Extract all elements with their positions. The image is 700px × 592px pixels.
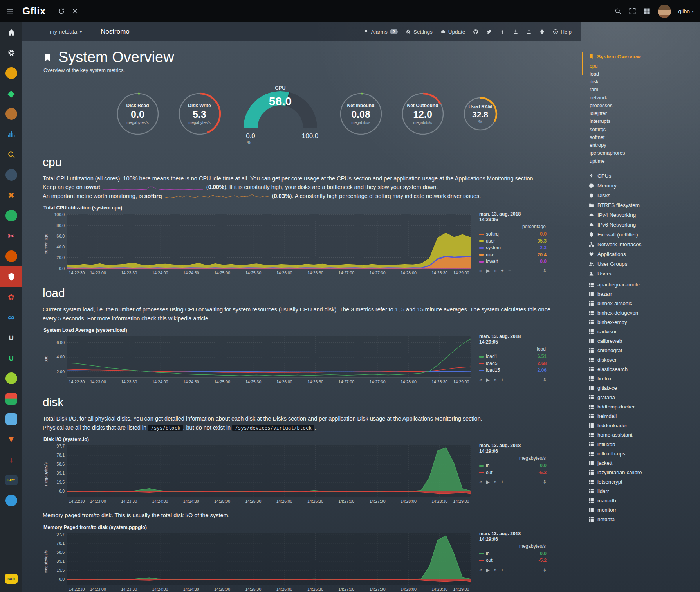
chart-canvas[interactable]: 14:22:3014:23:0014:23:3014:24:0014:24:30… (49, 443, 474, 505)
menu-firewall-netfilter-[interactable]: Firewall (netfilter) (589, 230, 697, 239)
pan-forward-button[interactable]: » (494, 377, 497, 383)
alarms-button[interactable]: Alarms 2 (363, 29, 398, 35)
export-button[interactable] (513, 29, 518, 34)
sidebar-app-settings[interactable] (0, 43, 22, 63)
sidebar-app-app-8[interactable] (0, 165, 22, 185)
resize-handle[interactable]: ⇕ (543, 479, 547, 485)
resize-handle[interactable]: ⇕ (543, 377, 547, 383)
submenu-cpu[interactable]: cpu (589, 62, 697, 70)
menu-app-bazarr[interactable]: bazarr (589, 289, 697, 299)
legend-series-in[interactable]: in0.0 (479, 462, 547, 469)
server-dropdown[interactable]: my-netdata ▾ (50, 29, 82, 35)
resize-handle[interactable]: ⇕ (543, 268, 547, 274)
zoom-out-button[interactable]: − (508, 479, 511, 485)
sidebar-app-app-24[interactable] (0, 490, 22, 511)
legend-series-user[interactable]: user35.3 (479, 238, 547, 245)
play-button[interactable]: ▶ (486, 377, 490, 383)
refresh-icon[interactable] (58, 7, 65, 15)
gauge-cpu[interactable]: CPU58.00.0100.0% (238, 83, 322, 145)
sidebar-app-app-19[interactable] (0, 389, 22, 409)
menu-app-influxdb-ups[interactable]: influxdb-ups (589, 449, 697, 458)
avatar[interactable] (658, 5, 671, 18)
update-button[interactable]: Update (440, 29, 465, 35)
zoom-in-button[interactable]: + (501, 567, 504, 573)
pan-backward-button[interactable]: « (479, 567, 482, 573)
zoom-in-button[interactable]: + (501, 377, 504, 383)
pan-backward-button[interactable]: « (479, 479, 482, 485)
play-button[interactable]: ▶ (486, 567, 490, 573)
sidebar-app-app-14[interactable]: ✿ (0, 287, 22, 307)
menu-app-cadvisor[interactable]: cadvisor (589, 327, 697, 336)
submenu-softnet[interactable]: softnet (589, 133, 697, 141)
sidebar-app-app-5[interactable] (0, 104, 22, 124)
legend-series-softirq[interactable]: softirq0.0 (479, 231, 547, 238)
menu-app-hddtemp-docker[interactable]: hddtemp-docker (589, 402, 697, 411)
chart-plot[interactable]: 14:22:3014:23:0014:23:3014:24:0014:24:30… (49, 531, 474, 592)
submenu-network[interactable]: network (589, 94, 697, 101)
submenu-softirqs[interactable]: softirqs (589, 125, 697, 133)
chart-plot[interactable]: 14:22:3014:23:0014:23:3014:24:0014:24:30… (49, 443, 474, 505)
menu-app-lazylibrarian-calibre[interactable]: lazylibrarian-calibre (589, 468, 697, 477)
menu-btrfs-filesystem[interactable]: BTRFS filesystem (589, 200, 697, 210)
legend-series-in[interactable]: in0.0 (479, 551, 547, 557)
menu-system-overview[interactable]: System Overview (589, 54, 697, 59)
settings-button[interactable]: Settings (406, 29, 433, 35)
menu-app-mariadb[interactable]: mariadb (589, 496, 697, 505)
pan-backward-button[interactable]: « (479, 268, 482, 274)
chart-canvas[interactable]: 14:22:3014:23:0014:23:3014:24:0014:24:30… (49, 211, 474, 276)
gauge-net-inbound[interactable]: Net Inbound0.08megabits/s (338, 91, 384, 137)
legend-series-load5[interactable]: load52.68 (479, 360, 547, 367)
chart-plot[interactable]: 14:22:3014:23:0014:23:3014:24:0014:24:30… (49, 334, 474, 385)
gauge-used-ram[interactable]: Used RAM32.8% (462, 95, 499, 133)
menu-app-binhex-emby[interactable]: binhex-emby (589, 317, 697, 327)
legend-series-out[interactable]: out-5.3 (479, 470, 547, 476)
submenu-disk[interactable]: disk (589, 78, 697, 86)
sidebar-app-app-3[interactable] (0, 63, 22, 83)
apps-grid-icon[interactable] (643, 7, 651, 15)
sidebar-app-app-22[interactable]: ↓ (0, 450, 22, 470)
sidebar-app-app-17[interactable]: ∪ (0, 348, 22, 368)
menu-disks[interactable]: Disks (589, 191, 697, 200)
submenu-processes[interactable]: processes (589, 101, 697, 109)
chart-canvas[interactable]: 14:22:3014:23:0014:23:3014:24:0014:24:30… (49, 334, 474, 385)
github-button[interactable] (473, 29, 478, 34)
menu-app-chronograf[interactable]: chronograf (589, 345, 697, 355)
sidebar-app-app-6[interactable] (0, 124, 22, 144)
sidebar-app-app-7[interactable] (0, 144, 22, 165)
zoom-in-button[interactable]: + (501, 268, 504, 274)
zoom-out-button[interactable]: − (508, 567, 511, 573)
menu-applications[interactable]: Applications (589, 249, 697, 259)
search-icon[interactable] (614, 7, 622, 15)
menu-app-influxdb[interactable]: influxdb (589, 439, 697, 449)
menu-app-apacheguacamole[interactable]: apacheguacamole (589, 280, 697, 289)
legend-series-out[interactable]: out-5.2 (479, 557, 547, 564)
menu-app-lidarr[interactable]: lidarr (589, 486, 697, 496)
hamburger-menu-icon[interactable] (6, 7, 14, 15)
gauge-disk-read[interactable]: Disk Read0.0megabytes/s (115, 91, 161, 137)
sidebar-app-home[interactable] (0, 22, 22, 43)
menu-app-diskover[interactable]: diskover (589, 355, 697, 364)
legend-series-nice[interactable]: nice20.4 (479, 252, 547, 258)
menu-app-netdata[interactable]: netdata (589, 515, 697, 524)
fullscreen-icon[interactable] (629, 7, 636, 15)
menu-app-gitlab-ce[interactable]: gitlab-ce (589, 383, 697, 392)
twitter-button[interactable] (486, 29, 492, 34)
play-button[interactable]: ▶ (486, 268, 490, 274)
menu-app-binhex-airsonic[interactable]: binhex-airsonic (589, 299, 697, 308)
menu-app-monitorr[interactable]: monitorr (589, 505, 697, 515)
print-button[interactable] (539, 29, 545, 34)
menu-app-hiddenloader[interactable]: hiddenloader (589, 421, 697, 430)
sidebar-app-app-23[interactable]: LAZY (0, 470, 22, 490)
sidebar-app-app-sab[interactable]: sab (0, 569, 22, 589)
play-button[interactable]: ▶ (486, 479, 490, 485)
hostname[interactable]: Nostromo (101, 28, 130, 36)
gauge-net-outbound[interactable]: Net Outbound12.0megabits/s (400, 91, 446, 137)
menu-app-elasticsearch[interactable]: elasticsearch (589, 364, 697, 374)
sidebar-app-app-20[interactable] (0, 409, 22, 429)
menu-app-jackett[interactable]: jackett (589, 458, 697, 468)
sidebar-app-app-18[interactable] (0, 368, 22, 389)
legend-series-system[interactable]: system2.3 (479, 245, 547, 251)
wikipedia-link[interactable]: wikipedia article (168, 315, 208, 322)
sidebar-app-app-21[interactable]: ▼ (0, 429, 22, 450)
menu-app-grafana[interactable]: grafana (589, 392, 697, 402)
